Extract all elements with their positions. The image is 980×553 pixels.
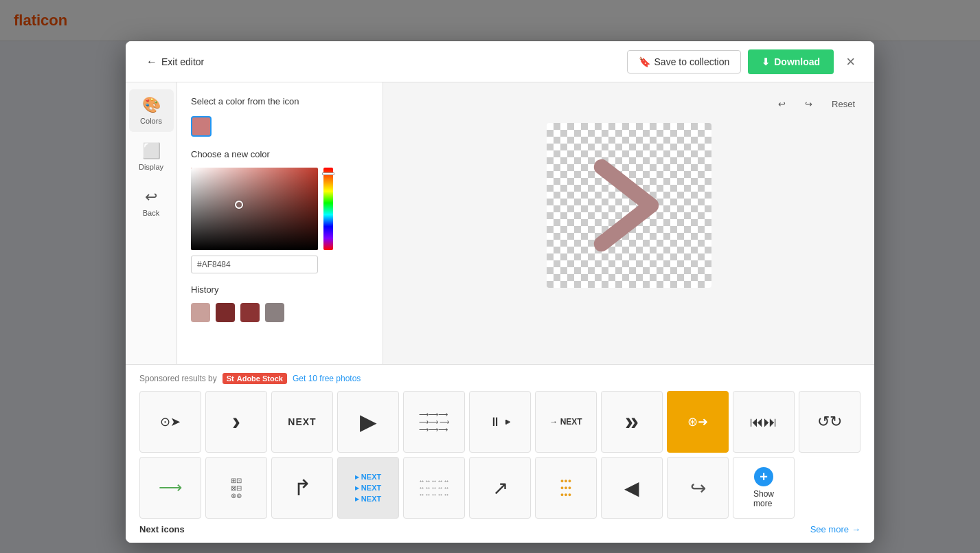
save-collection-button[interactable]: 🔖 Save to collection: [627, 50, 742, 74]
show-more-plus-icon: +: [754, 467, 773, 486]
close-icon: ×: [846, 53, 855, 70]
reset-button[interactable]: Reset: [826, 96, 861, 112]
hue-bar-container: [323, 168, 333, 250]
display-label: Display: [139, 163, 163, 171]
gradient-black-overlay: [191, 168, 318, 250]
icon-placeholder: ↺↻: [817, 413, 842, 431]
adobe-badge: St Adobe Stock: [223, 373, 287, 384]
sidebar-item-colors[interactable]: 🎨 Colors: [129, 89, 174, 132]
icon-placeholder: ▶: [360, 409, 377, 435]
close-button[interactable]: ×: [841, 50, 861, 74]
color-picker-row: [191, 168, 369, 250]
download-icon: ⬇: [762, 56, 770, 67]
history-swatch-2[interactable]: [216, 303, 235, 322]
list-item[interactable]: → NEXT: [535, 391, 597, 453]
see-more-link[interactable]: See more →: [810, 524, 861, 534]
icon-placeholder: ⏮⏭: [750, 414, 777, 430]
history-swatch-1[interactable]: [191, 303, 210, 322]
save-collection-label: Save to collection: [654, 56, 730, 67]
list-item[interactable]: »: [601, 391, 663, 453]
list-item[interactable]: ⟶: [139, 457, 201, 519]
next-icons-label: Next icons: [139, 524, 810, 534]
palette-icon: 🎨: [142, 96, 161, 114]
sidebar-item-back[interactable]: ↩ Back: [129, 181, 174, 224]
icon-placeholder: ⊞⊡⊠⊟⊛⊚: [231, 477, 242, 499]
icon-placeholder: ↱: [293, 475, 312, 501]
list-item[interactable]: ◀: [601, 457, 663, 519]
icon-color-swatch[interactable]: [191, 116, 212, 137]
icon-grid-row-2: ⟶ ⊞⊡⊠⊟⊛⊚ ↱ ▸ NEXT▸ NEXT▸ NEXT ↔↔↔↔↔↔↔↔↔↔…: [139, 457, 861, 519]
list-item[interactable]: ⊙➤: [139, 391, 201, 453]
exit-editor-button[interactable]: ← Exit editor: [139, 52, 211, 72]
history-swatches: [191, 303, 369, 322]
editor-sidebar: 🎨 Colors ⬜ Display ↩ Back: [126, 82, 177, 364]
arrow-right-icon: →: [852, 524, 861, 534]
preview-area: ↩ ↪ Reset: [383, 82, 874, 364]
hue-bar[interactable]: [323, 168, 333, 250]
list-item[interactable]: ›: [205, 391, 267, 453]
download-label: Download: [774, 56, 820, 67]
bottom-row: Next icons See more →: [139, 524, 861, 534]
list-item[interactable]: ●●●●●●●●●: [535, 457, 597, 519]
list-item[interactable]: ↪: [667, 457, 729, 519]
list-item[interactable]: NEXT: [271, 391, 333, 453]
icon-placeholder: ◀: [624, 477, 639, 499]
icon-placeholder: ⏸ ▶: [489, 415, 511, 429]
sidebar-item-display[interactable]: ⬜ Display: [129, 135, 174, 178]
color-panel: Select a color from the icon Choose a ne…: [177, 82, 383, 364]
arrow-preview-svg: [574, 150, 684, 260]
show-more-label: Showmore: [753, 489, 774, 508]
preview-toolbar: ↩ ↪ Reset: [773, 96, 861, 112]
icon-placeholder: ⟶: [159, 478, 182, 497]
list-item[interactable]: ▸ NEXT▸ NEXT▸ NEXT: [337, 457, 399, 519]
sponsored-bar: Sponsored results by St Adobe Stock Get …: [139, 373, 861, 384]
list-item[interactable]: ↔↔↔↔↔↔↔↔↔↔↔↔↔↔↔: [403, 457, 465, 519]
icon-placeholder: ⟶⟶⟶⟶⟶ ⟶⟶⟶⟶: [419, 411, 450, 433]
list-item[interactable]: ⊞⊡⊠⊟⊛⊚: [205, 457, 267, 519]
list-item[interactable]: ↺↻: [799, 391, 861, 453]
bookmark-icon: 🔖: [639, 56, 650, 67]
header-left: ← Exit editor: [139, 52, 211, 72]
undo-icon: ↩: [778, 99, 786, 109]
back-label: Back: [143, 209, 159, 217]
select-color-title: Select a color from the icon: [191, 96, 369, 106]
history-section: History: [191, 284, 369, 322]
icon-placeholder: ⊛➜: [687, 414, 708, 429]
icon-placeholder: ↗: [492, 477, 508, 499]
icon-color-swatches: [191, 116, 369, 137]
icon-placeholder: ●●●●●●●●●: [560, 477, 571, 498]
list-item[interactable]: ⊛➜: [667, 391, 729, 453]
list-item[interactable]: ↗: [469, 457, 531, 519]
modal-body: 🎨 Colors ⬜ Display ↩ Back Select a color…: [126, 82, 874, 364]
icon-placeholder: NEXT: [288, 416, 316, 427]
undo-icon: ↩: [145, 188, 157, 206]
list-item[interactable]: ↱: [271, 457, 333, 519]
modal-bottom: Sponsored results by St Adobe Stock Get …: [126, 364, 874, 543]
list-item[interactable]: ⟶⟶⟶⟶⟶ ⟶⟶⟶⟶: [403, 391, 465, 453]
icon-placeholder: ↔↔↔↔↔↔↔↔↔↔↔↔↔↔↔: [419, 477, 450, 498]
hex-input[interactable]: [191, 256, 318, 273]
adobe-label: Adobe Stock: [237, 374, 283, 383]
icon-placeholder: ↪: [690, 477, 706, 499]
editor-modal: ← Exit editor 🔖 Save to collection ⬇ Dow…: [126, 41, 874, 543]
gradient-picker[interactable]: [191, 168, 318, 250]
free-photos-link[interactable]: Get 10 free photos: [293, 374, 361, 383]
undo-button[interactable]: ↩: [773, 96, 791, 112]
list-item[interactable]: ▶: [337, 391, 399, 453]
history-title: History: [191, 284, 369, 295]
icon-placeholder: »: [625, 407, 639, 436]
history-swatch-3[interactable]: [240, 303, 260, 322]
adobe-icon: St: [227, 374, 234, 383]
sponsored-text: Sponsored results by: [139, 374, 217, 383]
redo-icon: ↪: [805, 99, 812, 109]
history-swatch-4[interactable]: [265, 303, 284, 322]
colors-label: Colors: [140, 117, 162, 125]
icon-preview-box: [547, 123, 711, 288]
see-more-label: See more: [810, 524, 849, 534]
redo-button[interactable]: ↪: [799, 96, 818, 112]
exit-editor-label: Exit editor: [161, 56, 204, 67]
list-item[interactable]: ⏸ ▶: [469, 391, 531, 453]
download-button[interactable]: ⬇ Download: [748, 49, 834, 74]
show-more-button[interactable]: + Showmore: [733, 457, 795, 519]
list-item[interactable]: ⏮⏭: [733, 391, 795, 453]
